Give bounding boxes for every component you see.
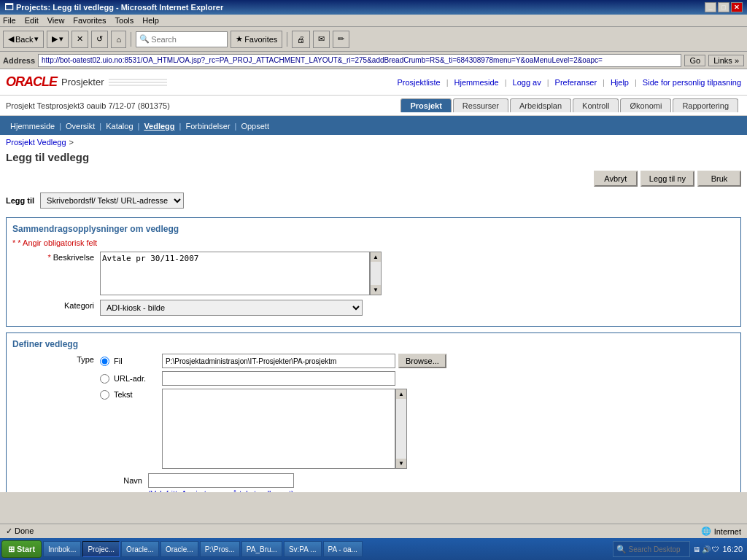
window-title-bar: 🗔 Projects: Legg til vedlegg - Microsoft… — [0, 0, 747, 15]
back-button[interactable]: ◀ Back ▾ — [3, 31, 44, 48]
subnav-forbindelser[interactable]: Forbindelser — [181, 122, 234, 131]
window-controls[interactable]: _ □ ✕ — [705, 2, 743, 12]
beskrivelse-scrollbar[interactable]: ▲ ▼ — [370, 252, 382, 295]
action-buttons-top: Avbryt Legg til ny Bruk — [0, 168, 747, 190]
type-row: Type Fil Browse... URL-adr. — [12, 354, 735, 469]
tekst-scrollbar[interactable]: ▲ ▼ — [395, 389, 407, 469]
address-bar: Address Go Links » — [0, 52, 747, 69]
subnav-oversikt[interactable]: Oversikt — [61, 122, 99, 131]
oracle-lines-decoration — [109, 77, 167, 88]
forward-dropdown-icon: ▾ — [59, 34, 63, 44]
bruk-button-top[interactable]: Bruk — [697, 171, 741, 187]
breadcrumb: Prosjekt Vedlegg > — [0, 135, 747, 149]
legg-til-label: Legg til — [6, 196, 34, 205]
tab-ressurser[interactable]: Ressurser — [453, 98, 508, 112]
tab-arbeidsplan[interactable]: Arbeidsplan — [510, 98, 571, 112]
title-text: Projects: Legg til vedlegg - Microsoft I… — [16, 3, 223, 12]
refresh-button[interactable]: ↺ — [91, 31, 108, 48]
subnav-hjemmeside[interactable]: Hjemmeside — [6, 122, 59, 131]
app-name: Prosjekter — [61, 77, 104, 88]
beskrivelse-textarea[interactable]: Avtale pr 30/11-2007 — [100, 252, 370, 295]
mail-button[interactable]: ✉ — [313, 31, 330, 48]
valgfritt-note: (Valgfritt: Angi et navn på tekstvedlegg… — [148, 489, 735, 492]
definer-section: Definer vedlegg Type Fil Browse... URL-a… — [6, 332, 741, 492]
go-button[interactable]: Go — [684, 55, 705, 66]
kategori-control: ADI-kiosk - bildeAnnetRapportBilde — [100, 300, 735, 316]
beskrivelse-row: * Beskrivelse Avtale pr 30/11-2007 ▲ ▼ — [12, 252, 735, 295]
tab-okonomi[interactable]: Økonomi — [620, 98, 671, 112]
menu-edit[interactable]: Edit — [25, 16, 39, 25]
forward-button[interactable]: ▶ ▾ — [47, 31, 69, 48]
nav-preferanser[interactable]: Preferanser — [555, 78, 597, 87]
nav-prosjektliste[interactable]: Prosjektliste — [397, 78, 440, 87]
type-options: Fil Browse... URL-adr. Tekst — [100, 354, 446, 469]
navn-input[interactable] — [148, 473, 294, 488]
file-input-row: Browse... — [162, 354, 446, 368]
favorites-button[interactable]: ★ Favorites — [231, 31, 282, 48]
toolbar-separator2 — [287, 32, 287, 47]
sammendrag-title: Sammendragsopplysninger om vedlegg — [12, 224, 735, 234]
url-input[interactable] — [162, 371, 395, 386]
navn-row: Navn — [12, 473, 735, 488]
links-button[interactable]: Links » — [708, 55, 744, 66]
stop-icon: ✕ — [77, 34, 83, 44]
maximize-btn[interactable]: □ — [718, 2, 729, 12]
definer-title: Definer vedlegg — [12, 339, 735, 349]
search-box: 🔍 — [136, 31, 228, 47]
menu-file[interactable]: File — [3, 16, 16, 25]
type-tekst-row: Tekst ▲ ▼ — [100, 389, 446, 469]
tekst-scroll-up[interactable]: ▲ — [396, 389, 406, 399]
subnav-katalog[interactable]: Katalog — [101, 122, 137, 131]
kategori-row: Kategori ADI-kiosk - bildeAnnetRapportBi… — [12, 300, 735, 316]
refresh-icon: ↺ — [96, 34, 103, 44]
scroll-down-arrow[interactable]: ▼ — [371, 285, 381, 295]
close-btn[interactable]: ✕ — [731, 2, 743, 12]
stop-button[interactable]: ✕ — [71, 31, 88, 48]
nav-logg-av[interactable]: Logg av — [513, 78, 541, 87]
back-icon: ◀ — [8, 34, 14, 44]
search-input[interactable] — [151, 35, 224, 44]
menu-favorites[interactable]: Favorites — [73, 16, 106, 25]
nav-hjemmeside[interactable]: Hjemmeside — [454, 78, 499, 87]
tab-rapportering[interactable]: Rapportering — [673, 98, 738, 112]
tekst-scroll-down[interactable]: ▼ — [396, 459, 406, 468]
type-fil-radio[interactable] — [100, 357, 109, 366]
subnav-oppsett[interactable]: Oppsett — [236, 122, 274, 131]
tab-navigation: Prosjekt Ressurser Arbeidsplan Kontroll … — [398, 98, 741, 112]
nav-hjelp[interactable]: Hjelp — [611, 78, 629, 87]
avbryt-button-top[interactable]: Avbryt — [594, 171, 638, 187]
type-fil-label: Fil — [114, 357, 158, 365]
scroll-up-arrow[interactable]: ▲ — [371, 252, 381, 262]
print-button[interactable]: 🖨 — [292, 31, 310, 48]
breadcrumb-link[interactable]: Prosjekt Vedlegg — [6, 138, 66, 147]
type-url-radio[interactable] — [100, 374, 109, 384]
nav-personlig[interactable]: Side for personlig tilpasning — [643, 78, 741, 87]
tab-kontroll[interactable]: Kontroll — [573, 98, 619, 112]
legg-til-ny-button-top[interactable]: Legg til ny — [640, 171, 694, 187]
home-button[interactable]: ⌂ — [111, 31, 126, 48]
menu-help[interactable]: Help — [142, 16, 159, 25]
toolbar: ◀ Back ▾ ▶ ▾ ✕ ↺ ⌂ 🔍 ★ Favorites 🖨 ✉ ✏ — [0, 27, 747, 52]
tab-prosjekt[interactable]: Prosjekt — [400, 98, 451, 112]
edit-button[interactable]: ✏ — [333, 31, 349, 48]
minimize-btn[interactable]: _ — [705, 2, 716, 12]
menu-tools[interactable]: Tools — [115, 16, 134, 25]
type-tekst-label: Tekst — [114, 390, 158, 399]
file-path-input[interactable] — [162, 354, 395, 368]
type-tekst-radio[interactable] — [100, 390, 109, 400]
menu-view[interactable]: View — [47, 16, 65, 25]
tekst-textarea[interactable] — [162, 389, 395, 469]
star-icon: ★ — [236, 34, 243, 44]
legg-til-select[interactable]: Skrivebordsfl/ Tekst/ URL-adresse — [40, 192, 184, 209]
address-input[interactable] — [38, 54, 681, 67]
required-note: * * Angir obligatorisk felt — [12, 238, 735, 247]
browse-button[interactable]: Browse... — [398, 354, 446, 368]
oracle-logo: ORACLE Prosjekter — [6, 74, 167, 90]
tekst-scroll-track — [396, 399, 406, 459]
home-icon: ⌂ — [116, 35, 121, 44]
kategori-select[interactable]: ADI-kiosk - bildeAnnetRapportBilde — [100, 300, 363, 316]
tekst-textarea-wrapper: ▲ ▼ — [162, 389, 407, 469]
subnav-vedlegg[interactable]: Vedlegg — [139, 122, 179, 131]
address-label: Address — [3, 56, 35, 65]
oracle-header: ORACLE Prosjekter Prosjektliste | Hjemme… — [0, 69, 747, 96]
